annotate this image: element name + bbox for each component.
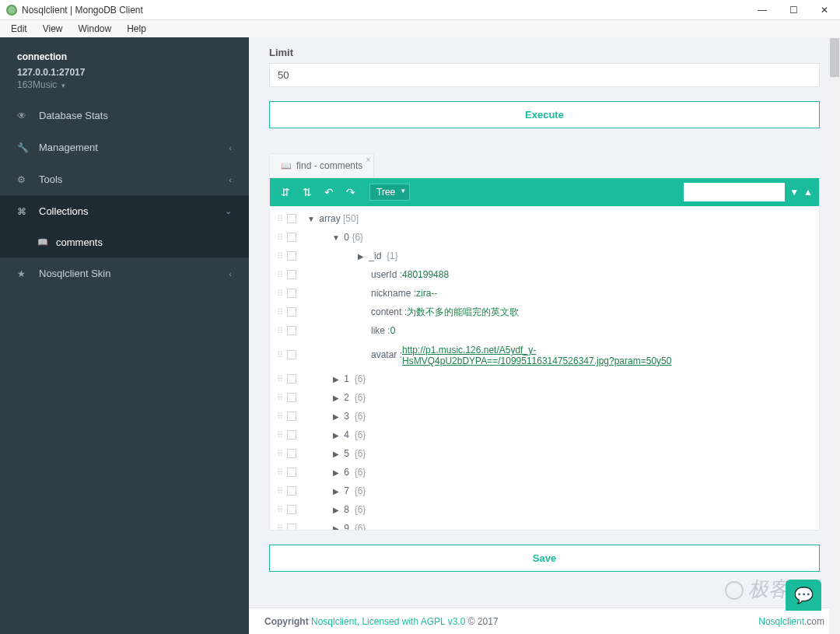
dashboard-icon: ⌘ [17,206,30,217]
tree-row[interactable]: ⠿▶ 6 {6} [270,463,819,482]
checkbox[interactable] [287,505,296,514]
search-input[interactable] [684,183,785,201]
sidebar-item-management[interactable]: 🔧 Management ‹ [0,131,249,163]
star-icon: ★ [17,268,30,279]
connection-block[interactable]: connection 127.0.0.1:27017 163Music ▾ [0,37,249,100]
sidebar-collection-comments[interactable]: 📖 comments [0,227,249,257]
expand-icon[interactable]: ▶ [331,487,341,496]
window-controls: — ☐ ✕ [747,0,840,20]
chevron-left-icon: ‹ [229,143,232,152]
tree-row[interactable]: ⠿▶ 9 {6} [270,519,819,530]
chat-fab[interactable]: 💬 [786,580,821,611]
cogs-icon: ⚙ [17,174,30,185]
tree-row: ⠿ ▼ 0 {6} [270,228,819,247]
scrollbar[interactable] [829,37,840,634]
tree-row[interactable]: ⠿▶ 8 {6} [270,500,819,519]
window-titlebar: Nosqlclient | MongoDB Client — ☐ ✕ [0,0,840,20]
caret-down-icon: ▾ [61,82,65,89]
expand-icon[interactable]: ▶ [331,450,341,458]
collapse-icon[interactable]: ▼ [331,233,341,242]
tab-find-comments[interactable]: 📖 find - comments × [269,153,374,177]
view-mode-select[interactable]: Tree [369,184,410,201]
sidebar-item-tools[interactable]: ⚙ Tools ‹ [0,163,249,195]
checkbox[interactable] [287,412,296,421]
limit-input[interactable] [269,63,820,87]
collapse-all-button[interactable]: ⇅ [298,183,317,201]
tree-row[interactable]: ⠿▶ 7 {6} [270,482,819,500]
drag-handle-icon[interactable]: ⠿ [275,214,285,224]
close-button[interactable]: ✕ [809,0,840,20]
collapse-icon[interactable]: ▼ [306,215,317,223]
avatar-link[interactable]: http://p1.music.126.net/A5ydf_y-HsMVQ4pU… [402,345,671,366]
expand-icon[interactable]: ▶ [331,431,341,440]
checkbox[interactable] [287,449,296,458]
tree-row[interactable]: ⠿▶ 4 {6} [270,426,819,444]
expand-icon[interactable]: ▶ [331,394,341,402]
tree-row: ⠿ ▶ _id {1} [270,247,819,265]
eye-icon: 👁 [17,110,30,121]
checkbox[interactable] [287,393,296,402]
menu-view[interactable]: View [35,22,71,36]
drag-handle-icon[interactable]: ⠿ [275,430,285,440]
execute-button[interactable]: Execute [269,101,820,128]
drag-handle-icon[interactable]: ⠿ [275,393,285,403]
license-link[interactable]: Nosqlclient, Licensed with AGPL v3.0 [311,616,465,627]
chevron-left-icon: ‹ [229,269,232,278]
brand-link[interactable]: Nosqlclient [758,616,804,627]
expand-icon[interactable]: ▶ [355,252,366,261]
tree-row: ⠿ nickname : zira-- [270,284,819,303]
connection-host: 127.0.0.1:27017 [17,67,232,78]
tree-row[interactable]: ⠿▶ 1 {6} [270,370,819,388]
drag-handle-icon[interactable]: ⠿ [275,524,285,531]
menu-help[interactable]: Help [119,22,154,36]
drag-handle-icon[interactable]: ⠿ [275,374,285,384]
expand-icon[interactable]: ▶ [331,375,341,384]
tree-row[interactable]: ⠿▶ 3 {6} [270,407,819,426]
drag-handle-icon[interactable]: ⠿ [275,449,285,459]
expand-all-button[interactable]: ⇵ [276,183,295,201]
checkbox[interactable] [287,486,296,496]
connection-db[interactable]: 163Music ▾ [17,79,232,90]
checkbox[interactable] [287,214,296,223]
chevron-down-icon: ⌄ [225,206,232,216]
minimize-button[interactable]: — [747,0,778,20]
expand-icon[interactable]: ▶ [331,412,341,421]
expand-icon[interactable]: ▶ [331,468,341,477]
expand-icon[interactable]: ▶ [331,524,341,531]
checkbox[interactable] [287,468,296,477]
sidebar-item-skin[interactable]: ★ Nosqlclient Skin ‹ [0,257,249,289]
drag-handle-icon[interactable]: ⠿ [275,412,285,422]
app-icon [6,5,17,16]
search-wrap [684,183,785,201]
menubar: Edit View Window Help [0,20,840,37]
tree-row[interactable]: ⠿▶ 5 {6} [270,444,819,463]
maximize-button[interactable]: ☐ [778,0,809,20]
tree-row[interactable]: ⠿▶ 2 {6} [270,388,819,407]
sidebar: connection 127.0.0.1:27017 163Music ▾ 👁 … [0,37,249,634]
checkbox[interactable] [287,374,296,384]
menu-window[interactable]: Window [70,22,119,36]
checkbox[interactable] [287,430,296,440]
tree-row: ⠿ userId : 480199488 [270,265,819,284]
tree-row: ⠿ ▼ array [50] [270,209,819,228]
book-icon: 📖 [281,161,292,171]
menu-edit[interactable]: Edit [3,22,35,36]
result-toolbar: ⇵ ⇅ ↶ ↷ Tree ▼ ▲ [270,178,819,206]
sidebar-item-stats[interactable]: 👁 Database Stats [0,100,249,131]
drag-handle-icon[interactable]: ⠿ [275,486,285,496]
save-button[interactable]: Save [269,545,820,572]
undo-button[interactable]: ↶ [320,183,338,201]
search-next-button[interactable]: ▲ [803,187,813,198]
sidebar-item-collections[interactable]: ⌘ Collections ⌄ [0,195,249,227]
main-panel: Limit Execute 📖 find - comments × ⇵ ⇅ ↶ … [249,37,840,634]
tree-row: ⠿ content : 为数不多的能唱完的英文歌 [270,303,819,321]
search-prev-button[interactable]: ▼ [789,187,799,198]
limit-label: Limit [269,47,820,58]
expand-icon[interactable]: ▶ [331,506,341,514]
redo-button[interactable]: ↷ [341,183,360,201]
checkbox[interactable] [287,524,296,530]
drag-handle-icon[interactable]: ⠿ [275,468,285,478]
drag-handle-icon[interactable]: ⠿ [275,505,285,515]
json-tree[interactable]: ⠿ ▼ array [50] ⠿ ▼ 0 {6} ⠿ ▶ _id {1} [270,206,819,530]
close-icon[interactable]: × [366,156,371,164]
